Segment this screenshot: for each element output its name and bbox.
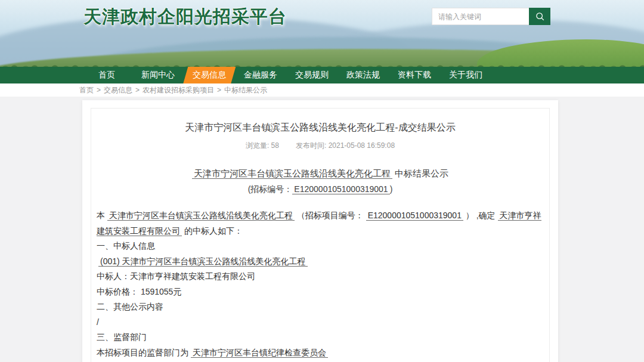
announcement-subtitle: 天津市宁河区丰台镇滨玉公路线沿线美化亮化工程 中标结果公示 (招标编号：E120… <box>97 167 544 196</box>
article-title: 天津市宁河区丰台镇滨玉公路线沿线美化亮化工程-成交结果公示 <box>97 122 544 134</box>
bid-number-underlined: E1200001051000319001 <box>292 184 389 194</box>
subtitle-line-1: 天津市宁河区丰台镇滨玉公路线沿线美化亮化工程 中标结果公示 <box>97 167 544 180</box>
main-nav: 首页 新闻中心 交易信息 金融服务 交易规则 政策法规 资料下载 关于我们 <box>0 67 644 83</box>
article-meta: 浏览量: 58发布时间: 2021-05-08 16:59:08 <box>97 141 544 151</box>
publish-time-label: 发布时间: <box>296 141 329 150</box>
search-input[interactable] <box>432 8 529 25</box>
nav-item-about[interactable]: 关于我们 <box>440 67 491 83</box>
breadcrumb: 首页 > 交易信息 > 农村建设招标采购项目 > 中标结果公示 <box>0 83 644 97</box>
breadcrumb-link-trade-info[interactable]: 交易信息 <box>104 85 132 95</box>
bid-number-label: (招标编号： <box>248 184 293 194</box>
winner-line: 中标人：天津市亨祥建筑安装工程有限公司 <box>97 269 544 284</box>
price-line: 中标价格： 1591055元 <box>97 284 544 300</box>
breadcrumb-separator: > <box>135 86 140 94</box>
breadcrumb-separator: > <box>217 86 221 94</box>
project-name-underlined: 天津市宁河区丰台镇滨玉公路线沿线美化亮化工程 <box>192 168 392 179</box>
search-bar <box>432 8 550 25</box>
supervisor-underlined: 天津市宁河区丰台镇纪律检查委员会 <box>191 348 328 358</box>
section-2-content: / <box>97 315 544 330</box>
nav-item-home[interactable]: 首页 <box>81 67 132 83</box>
bid-number-close: ) <box>390 184 393 194</box>
section-1-title: 一、中标人信息 <box>97 239 544 254</box>
subtitle-line-2: (招标编号：E1200001051000319001) <box>97 182 544 196</box>
nav-item-trade-info[interactable]: 交易信息 <box>184 67 235 83</box>
breadcrumb-link-home[interactable]: 首页 <box>79 85 94 95</box>
nav-item-trade-rules[interactable]: 交易规则 <box>286 67 338 83</box>
project-number-underlined: E1200001051000319001 <box>366 211 463 221</box>
content-area: 天津市宁河区丰台镇滨玉公路线沿线美化亮化工程-成交结果公示 浏览量: 58发布时… <box>0 97 644 362</box>
lot-underlined: (001) 天津市宁河区丰台镇滨玉公路线沿线美化亮化工程 <box>98 256 308 267</box>
nav-item-downloads[interactable]: 资料下载 <box>389 67 440 83</box>
site-title: 天津政村企阳光招采平台 <box>83 5 287 29</box>
content-panel: 天津市宁河区丰台镇滨玉公路线沿线美化亮化工程-成交结果公示 浏览量: 58发布时… <box>82 100 558 362</box>
breadcrumb-current: 中标结果公示 <box>224 85 267 95</box>
publish-time: 2021-05-08 16:59:08 <box>329 141 395 150</box>
nav-item-news[interactable]: 新闻中心 <box>132 67 184 83</box>
project-name-underlined: 天津市宁河区丰台镇滨玉公路线沿线美化亮化工程 <box>107 211 295 221</box>
intro-paragraph: 本 天津市宁河区丰台镇滨玉公路线沿线美化亮化工程 （招标项目编号： E12000… <box>97 208 544 239</box>
breadcrumb-link-rural-projects[interactable]: 农村建设招标采购项目 <box>143 85 214 95</box>
article-box: 天津市宁河区丰台镇滨玉公路线沿线美化亮化工程-成交结果公示 浏览量: 58发布时… <box>91 108 550 362</box>
subtitle-suffix: 中标结果公示 <box>392 168 448 178</box>
nav-item-policy[interactable]: 政策法规 <box>338 67 389 83</box>
search-button[interactable] <box>529 8 550 25</box>
section-3-title: 三、监督部门 <box>97 330 544 345</box>
breadcrumb-separator: > <box>97 86 101 94</box>
views-count: 58 <box>271 141 279 150</box>
article-body: 本 天津市宁河区丰台镇滨玉公路线沿线美化亮化工程 （招标项目编号： E12000… <box>97 208 544 362</box>
lot-line: (001) 天津市宁河区丰台镇滨玉公路线沿线美化亮化工程 <box>97 254 544 270</box>
search-icon <box>535 11 545 21</box>
supervisor-line: 本招标项目的监督部门为 天津市宁河区丰台镇纪律检查委员会 <box>97 345 544 361</box>
banner: 天津政村企阳光招采平台 首页 新闻中心 交易信息 金融服务 交易规则 政策法规 … <box>0 0 644 83</box>
views-label: 浏览量: <box>246 141 271 150</box>
section-2-title: 二、其他公示内容 <box>97 299 544 315</box>
nav-item-finance[interactable]: 金融服务 <box>235 67 286 83</box>
